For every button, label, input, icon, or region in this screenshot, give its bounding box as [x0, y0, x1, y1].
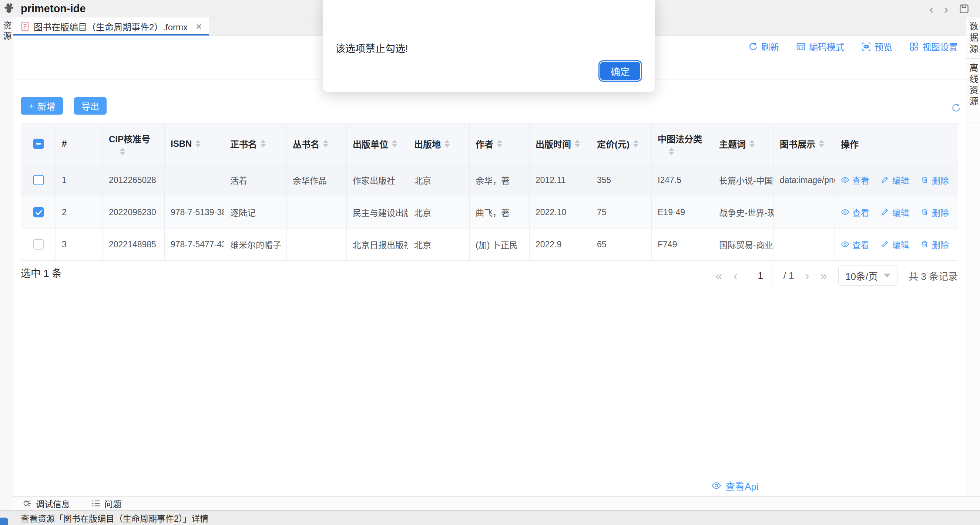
column-header: 出版时间	[536, 137, 571, 150]
cell-clc: E19-49	[652, 196, 713, 228]
page-size-select[interactable]: 10条/页	[838, 265, 897, 286]
view-settings-icon	[909, 42, 919, 51]
pencil-icon	[880, 208, 889, 216]
sidebar-item-datasource[interactable]: 数据源	[966, 17, 980, 59]
eye-icon	[841, 208, 850, 216]
cell-cip: 2012265028	[103, 164, 165, 196]
edit-link[interactable]: 编辑	[880, 238, 909, 251]
app-logo-icon	[5, 2, 17, 15]
cell-num: 1	[56, 164, 103, 196]
sort-icon[interactable]	[575, 140, 580, 148]
code-mode-icon	[796, 42, 806, 51]
sort-icon[interactable]	[497, 140, 502, 148]
cell-date: 2022.9	[530, 228, 591, 261]
preview-button[interactable]: 预览	[862, 40, 892, 53]
cell-clc: I247.5	[652, 164, 713, 196]
sort-icon[interactable]	[120, 148, 125, 155]
table-refresh-icon[interactable]	[951, 103, 961, 113]
problems-button[interactable]: 问题	[91, 497, 121, 510]
delete-link[interactable]: 删除	[920, 238, 949, 251]
cell-series	[287, 196, 347, 228]
cell-publisher: 民主与建设出版社	[347, 196, 408, 228]
code-mode-button[interactable]: 编码模式	[796, 40, 845, 53]
ok-button[interactable]: 确定	[600, 61, 641, 81]
column-header: 丛书名	[293, 137, 320, 150]
sort-icon[interactable]	[392, 140, 397, 148]
cell-place: 北京	[408, 228, 469, 261]
bottom-left-indicator	[0, 518, 8, 525]
alert-dialog: 该选项禁止勾选! 确定	[323, 0, 655, 92]
tab-title: 图书在版编目（生命周期事件2）.formx	[34, 20, 188, 33]
debug-info-button[interactable]: 调试信息	[23, 497, 70, 510]
table-row: 3 2022148985 978-7-5477-43 维米尔的帽子 北京日报出版…	[21, 228, 958, 261]
last-page-icon[interactable]: »	[821, 270, 827, 282]
row-checkbox[interactable]	[33, 207, 44, 217]
problems-list-icon	[91, 499, 101, 508]
row-checkbox[interactable]	[33, 175, 44, 185]
sort-icon[interactable]	[196, 140, 200, 148]
eye-icon	[711, 481, 721, 491]
status-text: 查看资源「图书在版编目（生命周期事件2）」详情	[21, 512, 208, 524]
eye-icon	[841, 240, 850, 249]
sort-icon[interactable]	[261, 140, 266, 148]
back-icon[interactable]: ‹	[929, 3, 933, 15]
cell-title: 维米尔的帽子	[224, 228, 287, 261]
selected-count: 选中 1 条	[21, 265, 62, 280]
forward-icon[interactable]: ›	[944, 3, 948, 15]
delete-link[interactable]: 删除	[920, 174, 949, 186]
export-button[interactable]: 导出	[74, 97, 107, 114]
column-header: 出版地	[414, 137, 441, 150]
cell-author: (加) 卜正民	[469, 228, 530, 261]
sort-icon[interactable]	[669, 148, 674, 155]
edit-link[interactable]: 编辑	[880, 174, 909, 186]
close-icon[interactable]: ×	[196, 21, 202, 32]
add-button[interactable]: + 新增	[21, 97, 63, 114]
cell-price: 75	[591, 196, 652, 228]
table-row: 1 2012265028 活着 余华作品 作家出版社 北京 余华，著 2012.…	[21, 164, 958, 196]
sort-icon[interactable]	[444, 140, 450, 148]
cell-series	[287, 228, 347, 261]
pagination: « ‹ / 1 › » 10条/页 共 3 条记录	[715, 264, 958, 287]
cell-clc: F749	[652, 228, 713, 261]
view-link[interactable]: 查看	[841, 238, 869, 251]
table-row: 2 2022096230 978-7-5139-38 逐陆记 民主与建设出版社 …	[21, 196, 958, 228]
view-settings-button[interactable]: 视图设置	[909, 40, 958, 53]
tab-form-editor[interactable]: 图书在版编目（生命周期事件2）.formx ×	[13, 17, 209, 35]
column-header: 正书名	[230, 137, 257, 150]
view-link[interactable]: 查看	[841, 206, 869, 219]
table-header-row: # CIP核准号 ISBN 正书名 丛书名 出版单位 出版地 作者 出版时间 定…	[21, 124, 958, 164]
sort-icon[interactable]	[323, 140, 328, 148]
prev-page-icon[interactable]: ‹	[733, 270, 738, 282]
cell-place: 北京	[408, 196, 469, 228]
column-header: #	[62, 139, 67, 149]
save-icon[interactable]	[959, 3, 970, 14]
next-page-icon[interactable]: ›	[805, 270, 810, 282]
cell-subject: 国际贸易-商业	[713, 228, 774, 261]
records-total: 共 3 条记录	[908, 269, 958, 282]
column-header: ISBN	[170, 139, 192, 149]
sidebar-item-resources[interactable]: 资源	[0, 21, 13, 42]
cell-isbn: 978-7-5139-38	[165, 196, 224, 228]
plus-icon: +	[28, 100, 34, 112]
row-checkbox[interactable]	[33, 239, 44, 249]
cell-display	[774, 196, 835, 228]
sort-icon[interactable]	[749, 140, 755, 148]
cell-cip: 2022096230	[103, 196, 165, 228]
column-header: CIP核准号	[109, 132, 150, 145]
view-link[interactable]: 查看	[841, 174, 869, 186]
sidebar-item-offline-resources[interactable]: 离线资源	[966, 59, 980, 122]
cell-date: 2012.11	[530, 164, 591, 196]
view-api-link[interactable]: 查看Api	[711, 479, 759, 492]
bottom-panel-bar: 调试信息 问题	[13, 496, 980, 510]
file-icon	[21, 21, 29, 32]
sort-icon[interactable]	[819, 140, 824, 148]
page-input[interactable]	[749, 266, 772, 285]
first-page-icon[interactable]: «	[715, 270, 722, 282]
select-all-checkbox[interactable]	[33, 139, 44, 149]
cell-title: 活着	[224, 164, 287, 196]
books-table: # CIP核准号 ISBN 正书名 丛书名 出版单位 出版地 作者 出版时间 定…	[21, 123, 958, 261]
delete-link[interactable]: 删除	[920, 206, 949, 219]
sort-icon[interactable]	[633, 140, 638, 148]
edit-link[interactable]: 编辑	[880, 206, 909, 219]
refresh-button[interactable]: 刷新	[748, 40, 779, 53]
